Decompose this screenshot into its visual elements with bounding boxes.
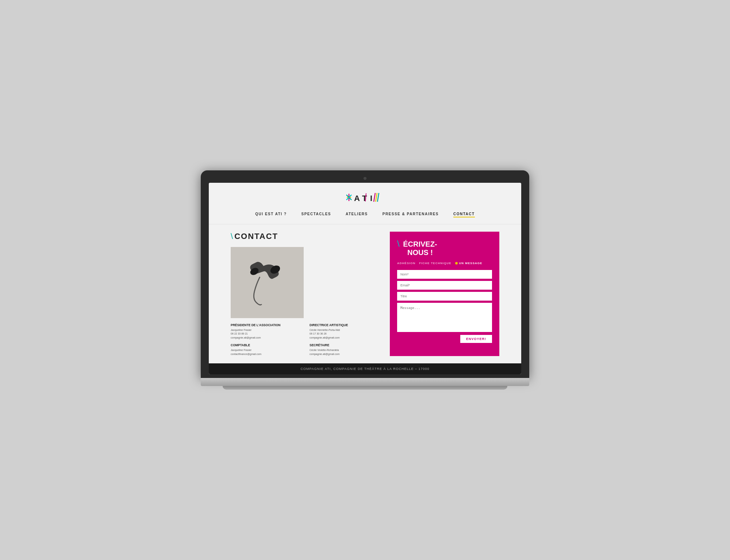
site-content: \ CONTACT — [209, 224, 521, 364]
phone-0: 06 22 33 89 21 — [231, 332, 304, 336]
name-input[interactable] — [397, 270, 492, 279]
subject-input[interactable] — [397, 292, 492, 301]
svg-text:T: T — [362, 194, 367, 203]
email-3: compagnie.ati@gmail.com — [310, 352, 383, 356]
tab-message[interactable]: UN MESSAGE — [455, 262, 483, 265]
footer-text: COMPAGNIE ATI, COMPAGNIE DE THÉÂTRE À LA… — [301, 367, 430, 371]
email-0: compagnie.ati@gmail.com — [231, 336, 304, 340]
contact-person-directrice: DIRECTRICE ARTISTIQUE Cécile Henriette-P… — [310, 323, 383, 340]
form-tabs: ADHÉSION FICHE TECHNIQUE UN MESSAGE — [397, 262, 492, 265]
form-fields — [397, 270, 492, 332]
phone-image — [231, 247, 304, 318]
nav-ateliers[interactable]: ATELIERS — [346, 212, 368, 217]
submit-button[interactable]: ENVOYER! — [460, 335, 492, 343]
name-2: Jacqueline Frasier — [231, 348, 304, 352]
form-title: \ ÉCRIVEZ- NOUS ! — [397, 239, 492, 256]
contact-person-presidente: PRÉSIDENTE DE L'ASSOCIATION Jacqueline F… — [231, 323, 304, 340]
role-0: PRÉSIDENTE DE L'ASSOCIATION — [231, 323, 304, 327]
contact-person-comptable: COMPTABLE Jacqueline Frasier contactfina… — [231, 343, 304, 356]
nav-contact[interactable]: CONTACT — [453, 212, 475, 217]
screen-bezel: A T I QUI EST ATI ? SPECTACLES — [201, 170, 529, 378]
nav-spectacles[interactable]: SPECTACLES — [301, 212, 331, 217]
tab-adhesion[interactable]: ADHÉSION — [397, 262, 415, 265]
site-footer: COMPAGNIE ATI, COMPAGNIE DE THÉÂTRE À LA… — [209, 363, 521, 374]
page-title: CONTACT — [234, 232, 278, 241]
telephone-svg — [238, 251, 296, 313]
logo-svg: A T I — [343, 190, 387, 205]
svg-text:A: A — [354, 194, 360, 203]
right-panel: \ ÉCRIVEZ- NOUS ! ADHÉSION FICHE TECHNIQ… — [390, 232, 499, 356]
title-slash: \ — [231, 232, 233, 241]
laptop-frame: A T I QUI EST ATI ? SPECTACLES — [201, 170, 529, 390]
email-2: contactfinance@gmail.com — [231, 352, 304, 356]
role-2: COMPTABLE — [231, 343, 304, 347]
site-header: A T I QUI EST ATI ? SPECTACLES — [209, 183, 521, 224]
svg-line-10 — [377, 193, 379, 202]
name-1: Cécile Henriette-Porta-Nidi — [310, 328, 383, 332]
nav-presse[interactable]: PRESSE & PARTENAIRES — [383, 212, 439, 217]
role-1: DIRECTRICE ARTISTIQUE — [310, 323, 383, 327]
left-panel: \ CONTACT — [231, 232, 383, 356]
name-0: Jacqueline Frasier — [231, 328, 304, 332]
laptop-foot — [223, 386, 507, 390]
svg-line-9 — [376, 193, 377, 202]
contact-grid: PRÉSIDENTE DE L'ASSOCIATION Jacqueline F… — [231, 323, 383, 356]
phone-1: 06 17 30 36 26 — [310, 332, 383, 336]
screen: A T I QUI EST ATI ? SPECTACLES — [209, 183, 521, 375]
name-3: Cécile Violette-Richardela — [310, 348, 383, 352]
message-textarea[interactable] — [397, 303, 492, 332]
laptop-base — [201, 378, 529, 386]
nav-qui-est-ati[interactable]: QUI EST ATI ? — [255, 212, 287, 217]
contact-person-secretaire: SECRÉTAIRE Cécile Violette-Richardela co… — [310, 343, 383, 356]
form-title-slash: \ — [397, 239, 400, 248]
section-title: \ CONTACT — [231, 232, 383, 241]
role-3: SECRÉTAIRE — [310, 343, 383, 347]
camera — [364, 177, 366, 180]
tab-fiche[interactable]: FICHE TECHNIQUE — [419, 262, 451, 265]
email-input[interactable] — [397, 281, 492, 290]
main-nav: QUI EST ATI ? SPECTACLES ATELIERS PRESSE… — [209, 209, 521, 220]
logo: A T I — [209, 190, 521, 205]
email-1: compagnie.ati@gmail.com — [310, 336, 383, 340]
active-dot — [455, 262, 458, 264]
svg-line-8 — [374, 193, 375, 202]
svg-text:I: I — [370, 194, 372, 203]
